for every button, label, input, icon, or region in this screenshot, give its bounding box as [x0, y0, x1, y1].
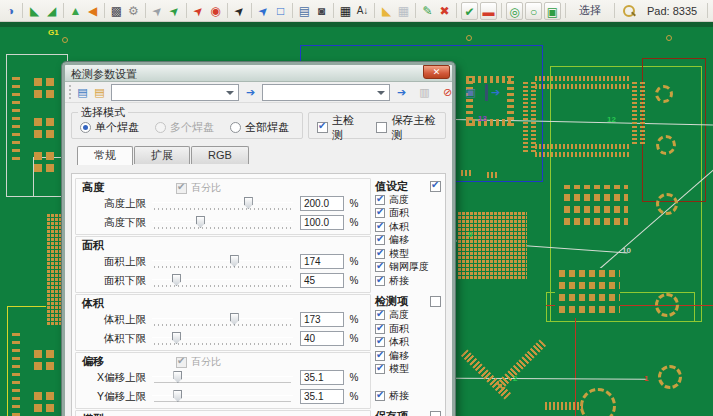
y-offset-slider[interactable] — [152, 387, 293, 406]
checkbox — [375, 391, 385, 401]
tab-rgb[interactable]: RGB — [191, 146, 249, 164]
remove-minus-icon[interactable]: ▬ — [480, 2, 497, 20]
export-settings-icon[interactable]: ▤ — [91, 84, 108, 101]
check-item[interactable]: 高度 — [375, 193, 442, 207]
pcb-quad-pads — [34, 118, 42, 126]
y-offset-input[interactable]: 35.1 — [300, 389, 344, 404]
check-item[interactable]: 高度 — [375, 309, 442, 323]
delete-icon[interactable]: ✖ — [436, 2, 453, 20]
film-icon[interactable]: ▤ — [296, 2, 313, 20]
area-lower-input[interactable]: 45 — [300, 273, 344, 288]
area-upper-input[interactable]: 174 — [300, 254, 344, 269]
check-item[interactable]: 体积 — [375, 220, 442, 234]
unit-label: % — [344, 198, 364, 209]
circle-target-icon[interactable]: ◎ — [506, 2, 523, 20]
pcb-pad-col — [12, 74, 20, 160]
check-item[interactable]: 钢网厚度 — [375, 261, 442, 275]
height-lower-slider[interactable] — [152, 213, 293, 232]
pcb-edge — [0, 22, 713, 27]
history-icon[interactable]: ◑ — [2, 2, 19, 20]
check-item[interactable]: 偏移 — [375, 349, 442, 363]
close-button[interactable]: ✕ — [423, 65, 450, 79]
tab-general[interactable]: 常规 — [77, 146, 133, 165]
pcb-label: 2 — [513, 374, 517, 383]
volume-lower-input[interactable]: 40 — [300, 331, 344, 346]
import-settings-icon[interactable]: ▤ — [74, 84, 91, 101]
radio-all-pads[interactable]: 全部焊盘 — [230, 120, 289, 135]
stop-square-icon[interactable]: ▣ — [544, 2, 561, 20]
dialog-title: 检测参数设置 — [71, 67, 137, 82]
checkbox — [375, 324, 385, 334]
block-icon[interactable]: ⊘ — [439, 84, 456, 101]
toolbar-separator — [456, 3, 457, 18]
check-item[interactable]: 偏移 — [375, 234, 442, 248]
save-items-master-checkbox[interactable] — [430, 411, 441, 416]
volume-upper-slider[interactable] — [152, 310, 293, 329]
offset-group: 偏移 百分比 X偏移上限 35.1 % Y偏移上限 35.1 — [75, 352, 371, 409]
height-upper-slider[interactable] — [152, 194, 293, 213]
check-item[interactable]: 桥接 — [375, 274, 442, 288]
main-detect-group: 主检测 保存主检测 — [308, 112, 446, 139]
volume-lower-slider[interactable] — [152, 329, 293, 348]
x-offset-input[interactable]: 35.1 — [300, 370, 344, 385]
grid-light-icon[interactable]: ▦ — [395, 2, 412, 20]
height-lower-input[interactable]: 100.0 — [300, 215, 344, 230]
pcb-pad-pairs — [560, 185, 628, 230]
triangle-draw-icon[interactable]: ▲ — [67, 2, 84, 20]
slider-row: 面积下限 45 % — [82, 271, 364, 290]
measure-right-icon[interactable]: ◢ — [43, 2, 60, 20]
save-icon[interactable]: ▣ — [462, 84, 479, 101]
unit-label: % — [344, 314, 364, 325]
apply-template-a-icon[interactable]: ➔ — [242, 84, 259, 101]
tools-icon[interactable]: ⚙ — [125, 2, 142, 20]
check-item[interactable]: 桥接 — [375, 389, 442, 403]
exit-icon[interactable]: ➔ — [485, 84, 502, 101]
edit-chart-icon[interactable]: ✎ — [419, 2, 436, 20]
check-item[interactable]: 体积 — [375, 336, 442, 350]
slider-row: Y偏移上限 35.1 % — [82, 387, 364, 406]
measure-left-icon[interactable]: ◣ — [26, 2, 43, 20]
zoom-icon[interactable] — [621, 3, 637, 19]
height-upper-input[interactable]: 200.0 — [300, 196, 344, 211]
pcb-label: 12 — [607, 115, 616, 124]
apply-template-b-icon[interactable]: ➔ — [393, 84, 410, 101]
grid-black-icon[interactable]: ▦ — [337, 2, 354, 20]
select-mode-button[interactable]: 选择 — [569, 3, 611, 18]
save-main-detect-checkbox[interactable]: 保存主检测 — [376, 113, 437, 143]
group-title: 面积 — [82, 238, 104, 253]
detect-items-panel: 检测项 高度 面积 体积 偏移 模型 桥接 — [375, 295, 442, 403]
pcb-pad-pairs — [555, 268, 620, 318]
dialog-titlebar[interactable]: 检测参数设置 ✕ — [65, 65, 452, 82]
main-detect-checkbox[interactable]: 主检测 — [317, 113, 358, 143]
value-set-master-checkbox[interactable] — [430, 181, 441, 192]
ruler-icon[interactable]: ◣ — [378, 2, 395, 20]
sort-az-icon[interactable]: A↓ — [354, 2, 371, 20]
slider-label: 体积下限 — [82, 332, 152, 346]
pcb-yellow-line — [7, 306, 8, 416]
circle-icon[interactable]: ○ — [525, 2, 542, 20]
check-item[interactable]: 模型 — [375, 247, 442, 261]
check-item[interactable]: 模型 — [375, 363, 442, 377]
volume-upper-input[interactable]: 173 — [300, 312, 344, 327]
detect-items-master-checkbox[interactable] — [430, 296, 441, 307]
toolbar-separator — [565, 3, 566, 18]
area-lower-slider[interactable] — [152, 271, 293, 290]
pin-green-icon[interactable]: ➤ — [162, 0, 187, 23]
check-item[interactable]: 面积 — [375, 207, 442, 221]
check-item[interactable]: 面积 — [375, 322, 442, 336]
image-icon[interactable]: ▩ — [108, 2, 125, 20]
apply-check-icon[interactable]: ✔ — [461, 2, 478, 20]
checkbox — [375, 208, 385, 218]
panel-title: 保存项 — [375, 409, 408, 416]
cone-icon[interactable]: ◀ — [84, 2, 101, 20]
x-offset-slider[interactable] — [152, 368, 293, 387]
template-combo-2[interactable] — [262, 84, 390, 101]
slider-row: 面积上限 174 % — [82, 252, 364, 271]
camera-icon[interactable]: ◙ — [313, 2, 330, 20]
area-upper-slider[interactable] — [152, 252, 293, 271]
percent-checkbox: 百分比 — [176, 181, 221, 195]
pin-black-icon[interactable]: ➤ — [227, 0, 252, 23]
tab-extended[interactable]: 扩展 — [134, 146, 190, 164]
template-combo-1[interactable] — [111, 84, 239, 101]
radio-single-pad[interactable]: 单个焊盘 — [80, 120, 139, 135]
